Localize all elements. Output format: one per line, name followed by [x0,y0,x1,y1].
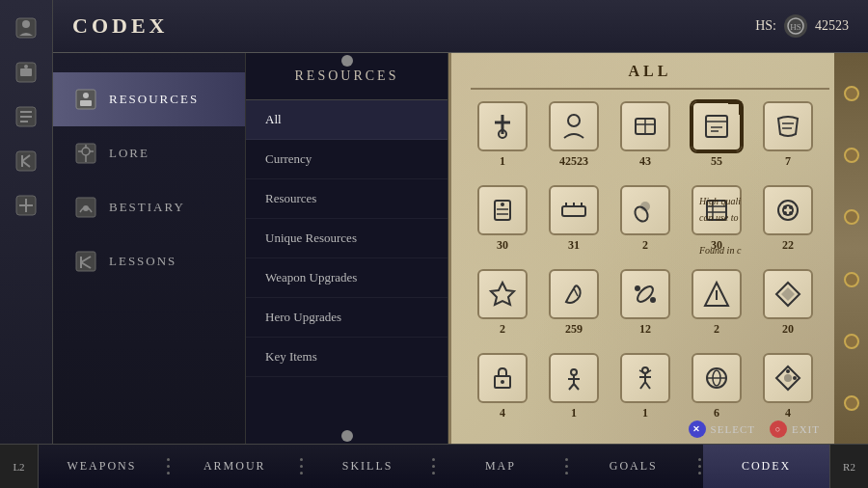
binding-ring-5 [844,334,859,349]
bottom-nav-goals[interactable]: GOALS [570,445,696,488]
book-item-15[interactable]: 4 [471,353,534,429]
sidebar-icon-3[interactable] [8,98,44,135]
item-icon-box-13[interactable] [692,269,742,319]
sep-dot [167,472,170,474]
book-item-12[interactable]: 12 [613,269,677,345]
book-item-14[interactable]: 20 [756,269,820,345]
book-item-7[interactable]: 2 [613,185,677,261]
sub-item-weapon-upgrades[interactable]: Weapon Upgrades [246,258,448,298]
svg-line-80 [574,384,579,390]
item-icon-box-12[interactable] [620,269,670,319]
svg-point-76 [571,369,577,375]
item-count-19: 4 [785,406,791,420]
nav-item-lore[interactable]: LORE [53,126,245,180]
r2-button[interactable]: R2 [829,445,868,489]
book-item-0[interactable]: 1 [471,101,534,177]
item-icon-box-6[interactable] [549,185,599,235]
nav-map-label: MAP [485,459,516,474]
svg-point-8 [24,65,28,68]
svg-point-69 [650,297,656,303]
item-icon-box-14[interactable] [763,269,813,319]
sub-item-currency[interactable]: Currency [246,140,448,179]
sep-dot [565,458,568,461]
svg-rect-28 [76,252,95,271]
item-count-2: 43 [639,154,651,169]
nav-item-resources[interactable]: RESOURCES [53,72,245,126]
item-count-3: 55 [711,154,722,169]
bottom-bar: L2 WEAPONS ARMOUR SKILLS MAP [0,444,868,488]
lore-icon [72,140,99,167]
item-icon-box-0[interactable] [477,101,528,151]
svg-point-93 [786,369,790,373]
book-item-19[interactable]: 4 [756,353,820,429]
book-item-4[interactable]: 7 [756,101,820,177]
sep-dot [300,472,303,474]
bottom-nav-codex[interactable]: CODEX [703,445,829,488]
nav-weapons-label: WEAPONS [67,459,136,474]
book-item-16[interactable]: 1 [542,353,606,429]
sep-dot [432,458,435,461]
sidebar-icon-5[interactable] [8,187,44,224]
sub-item-all[interactable]: All [246,100,448,140]
svg-marker-73 [781,287,795,301]
bottom-nav-map[interactable]: MAP [437,445,563,488]
sidebar-icon-1[interactable] [8,10,44,46]
book-item-3[interactable]: 55 [685,101,748,177]
book-item-6[interactable]: 31 [542,185,606,261]
item-icon-box-4[interactable] [763,101,813,151]
bottom-nav-weapons[interactable]: WEAPONS [39,445,165,488]
book-item-5[interactable]: 30 [471,185,534,261]
book-item-2[interactable]: 43 [613,101,677,177]
book-item-13[interactable]: 2 [685,269,748,345]
sub-item-key-items[interactable]: Key Items [246,338,448,377]
bottom-nav-skills[interactable]: SKILLS [305,445,431,488]
desc-line-1: High quali [699,193,825,209]
item-icon-box-17[interactable] [620,353,670,403]
book-item-10[interactable]: 2 [471,269,534,345]
sidebar-icon-4[interactable] [8,143,44,179]
sidebar-icon-2[interactable] [8,54,44,91]
svg-line-79 [569,384,574,390]
book-item-18[interactable]: 6 [685,353,748,429]
svg-point-46 [501,203,504,206]
binding-ring-2 [844,148,859,163]
item-icon-box-5[interactable] [477,185,528,235]
svg-point-5 [22,20,30,28]
item-icon-box-11[interactable] [549,269,599,319]
binding-ring-1 [844,86,859,101]
selection-cursor [728,101,742,115]
book-item-11[interactable]: 259 [542,269,606,345]
bottom-nav-armour[interactable]: ARMOUR [172,445,298,488]
book-item-17[interactable]: 1 [613,353,677,429]
hint-exit: ○ EXIT [770,420,820,438]
item-icon-box-7[interactable] [620,185,670,235]
sub-item-unique-resources[interactable]: Unique Resources [246,219,448,258]
nav-label-bestiary: BESTIARY [109,200,185,215]
svg-point-92 [784,374,792,382]
sep-dot [698,472,701,474]
o-button-icon: ○ [770,420,787,438]
item-icon-box-1[interactable] [549,101,599,151]
svg-point-35 [568,115,580,126]
item-icon-box-10[interactable] [477,269,528,319]
book-section-header: ALL [471,63,829,90]
item-icon-box-18[interactable] [692,353,742,403]
sub-item-hero-upgrades[interactable]: Hero Upgrades [246,298,448,338]
svg-point-68 [635,285,640,291]
item-icon-box-2[interactable] [620,101,670,151]
l2-button[interactable]: L2 [0,445,39,489]
item-icon-box-16[interactable] [549,353,599,403]
nav-item-bestiary[interactable]: BESTIARY [53,180,245,234]
sep-dot [565,465,568,468]
book-item-1[interactable]: 42523 [542,101,606,177]
x-button-icon: ✕ [689,420,706,438]
nav-label-lessons: LESSONS [109,254,176,269]
item-icon-box-15[interactable] [477,353,528,403]
sub-item-resources[interactable]: Resources [246,179,448,219]
item-count-10: 2 [500,322,505,337]
nav-item-lessons[interactable]: LESSONS [53,234,245,288]
item-icon-box-3[interactable] [692,101,742,151]
sep-dot [698,458,701,461]
item-icon-box-19[interactable] [763,353,813,403]
hs-icon: HS [784,14,807,38]
